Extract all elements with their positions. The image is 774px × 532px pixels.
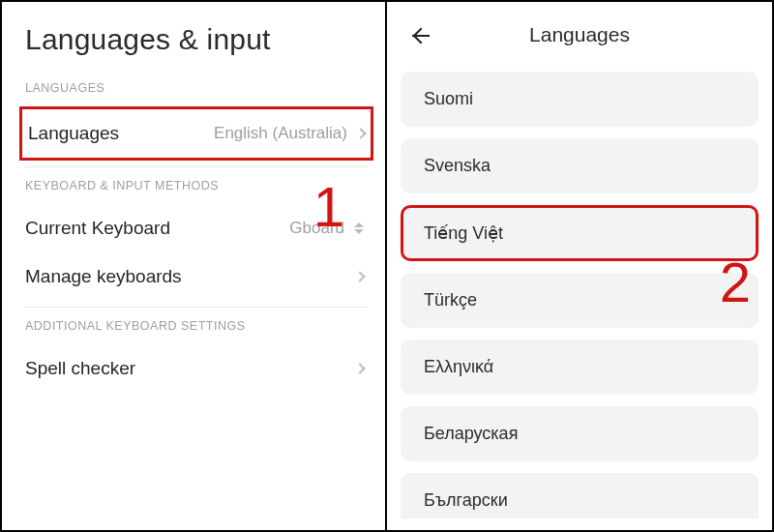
- language-item[interactable]: Беларуская: [401, 406, 759, 461]
- chevron-right-icon: [354, 363, 365, 373]
- language-item[interactable]: Tiếng Việt: [401, 205, 759, 261]
- divider: [25, 166, 368, 167]
- row-manage-keyboards-label: Manage keyboards: [25, 266, 182, 287]
- row-manage-keyboards[interactable]: Manage keyboards: [25, 252, 368, 301]
- language-item[interactable]: Svenska: [401, 138, 759, 193]
- updown-icon: [354, 222, 364, 234]
- tutorial-two-panel: Languages & input LANGUAGES Languages En…: [0, 0, 774, 532]
- chevron-right-icon: [355, 128, 366, 138]
- language-item[interactable]: Türkçe: [401, 273, 759, 328]
- row-languages-label: Languages: [28, 123, 119, 144]
- language-item[interactable]: Български: [401, 473, 759, 518]
- back-button[interactable]: [408, 23, 433, 48]
- page-title: Languages: [529, 23, 630, 46]
- language-item[interactable]: Suomi: [401, 72, 759, 127]
- step-number-2: 2: [720, 250, 751, 314]
- row-spell-checker-label: Spell checker: [25, 358, 135, 379]
- divider: [25, 307, 368, 308]
- language-item[interactable]: Ελληνικά: [401, 340, 759, 395]
- section-header-languages: LANGUAGES: [25, 81, 368, 95]
- settings-languages-input-screen: Languages & input LANGUAGES Languages En…: [2, 2, 387, 530]
- language-list: SuomiSvenskaTiếng ViệtTürkçeΕλληνικάБела…: [401, 72, 759, 518]
- chevron-right-icon: [354, 271, 365, 281]
- row-languages-value: English (Australia): [214, 124, 365, 143]
- row-spell-checker[interactable]: Spell checker: [25, 344, 368, 393]
- languages-list-screen: Languages SuomiSvenskaTiếng ViệtTürkçeΕλ…: [387, 2, 772, 530]
- page-title: Languages & input: [25, 23, 368, 56]
- row-current-keyboard-label: Current Keyboard: [25, 218, 170, 239]
- row-languages[interactable]: Languages English (Australia): [19, 106, 373, 161]
- step-number-1: 1: [313, 174, 344, 239]
- section-header-additional: ADDITIONAL KEYBOARD SETTINGS: [25, 319, 368, 333]
- header: Languages: [401, 15, 759, 54]
